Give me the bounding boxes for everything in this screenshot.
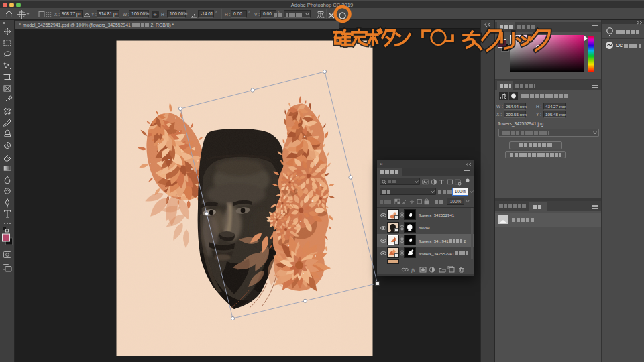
svg-text:fx: fx xyxy=(411,267,415,274)
